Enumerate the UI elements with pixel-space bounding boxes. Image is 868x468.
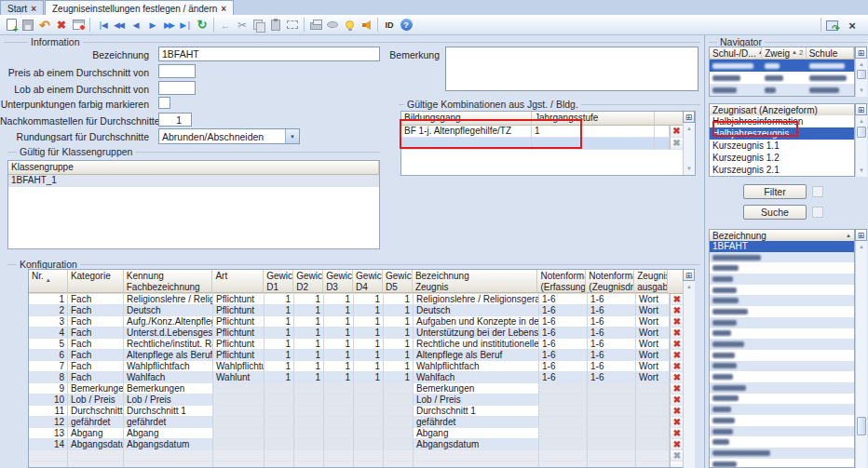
konfig-cell-art[interactable]: Wahlpflichtunt xyxy=(213,361,264,372)
konfig-cell-d5[interactable]: 1 xyxy=(384,328,414,339)
konfig-cell-nf_druck[interactable] xyxy=(588,406,636,417)
konfig-cell-nf_druck[interactable]: 1-6 xyxy=(588,316,636,328)
konfig-row[interactable]: 7FachWahlpflichtfachWahlpflichtunt11111W… xyxy=(29,361,694,372)
konfig-cell-d5[interactable]: 1 xyxy=(384,316,414,328)
bezeichnung-item-redacted[interactable] xyxy=(710,262,854,274)
next-record-button[interactable]: ▶ xyxy=(143,17,160,33)
konfig-cell-empty[interactable] xyxy=(124,461,213,468)
scroll-up-icon[interactable]: ▲ xyxy=(684,124,695,134)
konfig-cell-d4[interactable]: 1 xyxy=(354,361,384,372)
konfig-cell-kategorie[interactable]: Fach xyxy=(68,294,124,305)
konfig-cell-d3[interactable]: 1 xyxy=(324,350,354,361)
konfig-cell-nr[interactable]: 4 xyxy=(29,328,68,339)
konfig-cell-empty[interactable] xyxy=(124,450,213,461)
zeugnisart-item[interactable]: Kurszeugnis 1.1 xyxy=(710,140,854,152)
schulen-column-header[interactable]: Zweig▲2 xyxy=(762,47,806,60)
konfig-cell-art[interactable] xyxy=(213,428,264,439)
konfig-column-header[interactable]: Gewicht D1 xyxy=(264,270,293,293)
konfig-cell-d4[interactable]: 1 xyxy=(354,372,384,383)
detach-panel-button[interactable] xyxy=(823,17,840,33)
konfig-cell-empty[interactable] xyxy=(294,461,324,468)
konfig-cell-d4[interactable] xyxy=(354,406,384,417)
rundungsart-select[interactable]: Abrunden/Abschneiden ▼ xyxy=(158,128,300,144)
konfig-column-header[interactable]: Gewicht D2 xyxy=(293,270,323,293)
konfig-cell-art[interactable]: Pflichtunt xyxy=(213,328,264,339)
fast-back-button[interactable]: ◀◀ xyxy=(110,17,127,33)
konfig-cell-d1[interactable] xyxy=(264,383,294,394)
konfig-cell-d2[interactable]: 1 xyxy=(294,316,324,328)
konfig-cell-bezeichnung[interactable]: Aufgaben und Konzepte in der Altenpf... xyxy=(414,316,539,328)
konfig-cell-d3[interactable]: 1 xyxy=(324,305,354,316)
bezeichnung-item-redacted[interactable] xyxy=(710,285,854,296)
schulen-grid-button[interactable]: ⊞ xyxy=(855,47,867,59)
konfig-cell-ausgabe[interactable]: Wort xyxy=(636,294,670,305)
bezeichnung-header[interactable]: Bezeichnung ▲ xyxy=(709,229,855,242)
konfig-cell-ausgabe[interactable]: Wort xyxy=(636,305,670,316)
konfig-cell-empty[interactable] xyxy=(588,450,636,461)
konfig-cell-d5[interactable]: 1 xyxy=(384,294,414,305)
konfig-cell-nf_erfassung[interactable] xyxy=(539,428,588,439)
konfig-cell-d3[interactable] xyxy=(324,406,354,417)
konfig-cell-d3[interactable]: 1 xyxy=(324,294,354,305)
konfig-cell-kennung[interactable]: Altenpflege als Beruf xyxy=(124,350,213,361)
konfig-cell-d2[interactable] xyxy=(294,383,324,394)
konfig-cell-empty[interactable] xyxy=(294,450,324,461)
schulen-row-redacted[interactable] xyxy=(710,84,854,96)
bezeichnung-item-redacted[interactable] xyxy=(710,350,854,361)
filter-button[interactable]: Filter xyxy=(743,184,807,199)
konfiguration-scrollbar[interactable]: ▲ xyxy=(683,281,695,468)
konfig-cell-nf_druck[interactable]: 1-6 xyxy=(588,361,636,372)
konfig-cell-d5[interactable]: 1 xyxy=(384,372,414,383)
konfig-cell-d1[interactable] xyxy=(264,406,294,417)
bezeichnung-item-redacted[interactable] xyxy=(710,295,854,306)
konfig-cell-empty[interactable] xyxy=(636,450,670,461)
bemerkung-textarea[interactable] xyxy=(445,47,698,91)
konfig-cell-d3[interactable] xyxy=(324,428,354,439)
konfig-cell-art[interactable]: Pflichtunt xyxy=(213,350,264,361)
konfiguration-grid-button[interactable]: ⊞ xyxy=(683,269,695,281)
konfig-cell-nf_druck[interactable]: 1-6 xyxy=(588,328,636,339)
scrollbar-thumb[interactable] xyxy=(857,417,866,435)
konfig-cell-d5[interactable] xyxy=(384,417,414,428)
konfig-cell-kategorie[interactable]: Fach xyxy=(68,372,124,383)
konfig-cell-art[interactable]: Pflichtunt xyxy=(213,305,264,316)
konfig-cell-d2[interactable]: 1 xyxy=(294,305,324,316)
konfig-column-header[interactable]: Kennung Fachbezeichnung xyxy=(124,270,213,293)
konfig-row[interactable]: 8FachWahlfachWahlunt11111Wahlfach1-61-6W… xyxy=(29,372,694,383)
konfig-cell-empty[interactable] xyxy=(539,461,588,468)
konfig-row[interactable]: 1FachReligionslehre / Religion...Pflicht… xyxy=(29,294,694,305)
konfig-cell-bezeichnung[interactable]: Rechtliche und instititutionelle Rahme..… xyxy=(414,339,539,350)
close-panel-button[interactable]: × xyxy=(844,17,861,33)
konfig-cell-art[interactable] xyxy=(213,394,264,406)
konfig-column-header[interactable]: Art xyxy=(212,270,264,293)
konfig-cell-d3[interactable]: 1 xyxy=(324,328,354,339)
konfig-cell-bezeichnung[interactable]: Bemerkungen xyxy=(414,383,539,394)
scroll-up-icon[interactable]: ▲ xyxy=(856,242,867,252)
konfig-row[interactable]: 13AbgangAbgangAbgang✖ xyxy=(29,428,694,439)
schulen-column-header[interactable]: Schule xyxy=(807,47,854,60)
print-button[interactable] xyxy=(307,17,324,33)
bezeichnung-item-redacted[interactable] xyxy=(710,252,854,263)
konfig-cell-d1[interactable] xyxy=(264,417,294,428)
konfig-cell-kategorie[interactable]: Fach xyxy=(68,361,124,372)
scrollbar-thumb[interactable] xyxy=(857,70,866,79)
filter-option-box[interactable] xyxy=(812,186,823,197)
bezeichnung-grid-button[interactable]: ⊞ xyxy=(855,229,867,241)
konfig-cell-ausgabe[interactable] xyxy=(636,417,670,428)
konfig-cell-ausgabe[interactable] xyxy=(636,383,670,394)
konfig-cell-kennung[interactable]: Aufg./Konz.Altenpflege xyxy=(124,316,213,328)
konfig-cell-d3[interactable] xyxy=(324,383,354,394)
konfig-cell-nf_erfassung[interactable]: 1-6 xyxy=(539,294,588,305)
konfig-cell-art[interactable] xyxy=(213,406,264,417)
konfig-cell-kategorie[interactable]: Fach xyxy=(68,328,124,339)
bezeichnung-item-redacted[interactable] xyxy=(710,415,854,426)
tab-close-icon[interactable]: × xyxy=(31,5,36,14)
konfig-cell-d4[interactable]: 1 xyxy=(354,305,384,316)
konfig-cell-nf_erfassung[interactable] xyxy=(539,417,588,428)
new-record-button[interactable] xyxy=(3,17,20,33)
konfig-cell-nf_erfassung[interactable]: 1-6 xyxy=(539,350,588,361)
konfig-cell-kennung[interactable]: Rechtliche/institut. Rah... xyxy=(124,339,213,350)
konfig-row[interactable]: 6FachAltenpflege als BerufPflichtunt1111… xyxy=(29,350,694,361)
konfig-cell-d4[interactable]: 1 xyxy=(354,350,384,361)
konfig-cell-bezeichnung[interactable]: Wahlfach xyxy=(414,372,539,383)
